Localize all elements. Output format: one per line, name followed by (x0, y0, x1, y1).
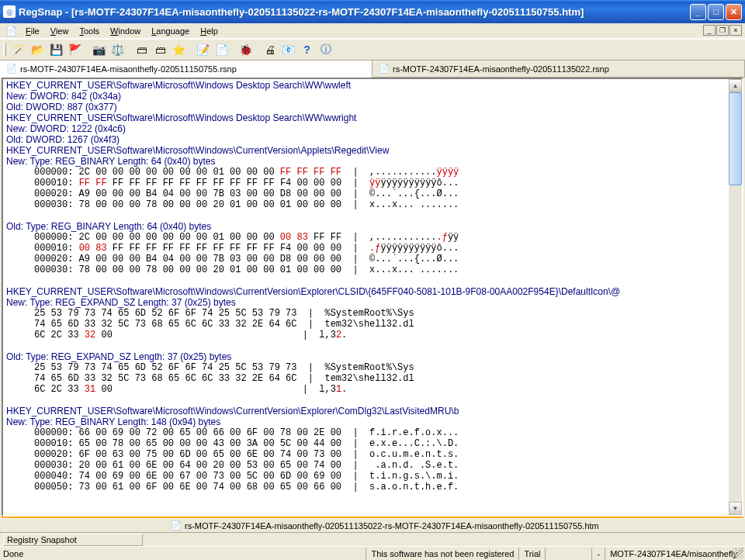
mdi-controls: _ ❐ × (703, 25, 742, 36)
rsnp-icon: 📄 (379, 64, 390, 74)
mdi-minimize-button[interactable]: _ (703, 25, 716, 36)
doc-icon: 📄 (5, 25, 17, 37)
app-icon (3, 5, 16, 18)
open-icon[interactable]: 📂 (29, 41, 47, 58)
document-tabs: 📄 rs-MOTF-24307F14EA-misaonthefly-020511… (0, 60, 745, 78)
star-icon[interactable]: ⭐ (170, 41, 188, 58)
htm-icon: 📄 (171, 520, 182, 531)
tab-snapshot-1[interactable]: 📄 rs-MOTF-24307F14EA-misaonthefly-020511… (0, 60, 372, 78)
info-icon[interactable]: ⓘ (317, 41, 334, 58)
title-bar: RegSnap - [rs-MOTF-24307F14EA-misaonthef… (0, 0, 745, 23)
maximize-button[interactable]: □ (708, 4, 724, 20)
tab-label: rs-MOTF-24307F14EA-misaonthefly-02051113… (393, 64, 609, 74)
menu-window[interactable]: Window (105, 25, 146, 37)
doc-path-label: rs-MOTF-24307F14EA-misaonthefly-02051113… (185, 521, 599, 531)
menu-view[interactable]: View (45, 25, 74, 37)
scroll-down-button[interactable]: ▼ (729, 502, 742, 515)
status-empty (545, 548, 591, 560)
resize-grip[interactable] (733, 548, 743, 558)
edit1-icon[interactable]: 📝 (194, 41, 212, 58)
content-area: HKEY_CURRENT_USER\Software\Microsoft\Win… (2, 78, 743, 517)
scroll-track[interactable] (729, 92, 742, 502)
vertical-scrollbar[interactable]: ▲ ▼ (729, 79, 742, 515)
window-controls: _ □ ✕ (690, 4, 742, 20)
tab-label: rs-MOTF-24307F14EA-misaonthefly-02051115… (20, 64, 237, 74)
tab-snapshot-2[interactable]: 📄 rs-MOTF-24307F14EA-misaonthefly-020511… (372, 60, 745, 77)
status-done: Done (3, 549, 39, 558)
status-registration: This software has not been registered (366, 548, 518, 560)
toolbar-grip (3, 43, 6, 57)
toolbar: 🪄 📂 💾 🚩 📷 ⚖️ 🗃 🗃 ⭐ 📝 📄 🐞 🖨 📧 ? ⓘ (0, 39, 745, 60)
status-path: MOTF-24307F14EA/misaonthefly (605, 548, 742, 560)
save-icon[interactable]: 💾 (47, 41, 65, 58)
close-button[interactable]: ✕ (726, 4, 742, 20)
wand-icon[interactable]: 🪄 (10, 41, 28, 58)
mdi-close-button[interactable]: × (729, 25, 742, 36)
menu-tools[interactable]: Tools (74, 25, 105, 37)
minimize-button[interactable]: _ (690, 4, 706, 20)
edit2-icon[interactable]: 📄 (213, 41, 230, 58)
snapshot2-icon[interactable]: 🗃 (151, 41, 169, 58)
status-bar-lower: Done This software has not been register… (0, 546, 745, 560)
scroll-thumb[interactable] (729, 92, 742, 185)
bug-icon[interactable]: 🐞 (237, 41, 255, 58)
scroll-up-button[interactable]: ▲ (729, 79, 742, 92)
document-path-bar: 📄 rs-MOTF-24307F14EA-misaonthefly-020511… (0, 518, 745, 532)
window-title: RegSnap - [rs-MOTF-24307F14EA-misaonthef… (19, 6, 690, 18)
mail-icon[interactable]: 📧 (279, 41, 297, 58)
status-registry-snapshot: Registry Snapshot (3, 534, 143, 546)
scale-icon[interactable]: ⚖️ (109, 41, 126, 58)
mdi-restore-button[interactable]: ❐ (716, 25, 729, 36)
menu-bar: 📄 File View Tools Window Language Help (0, 23, 745, 39)
flag-icon[interactable]: 🚩 (66, 41, 84, 58)
rsnp-icon: 📄 (6, 64, 17, 74)
status-dash: - (591, 548, 605, 560)
print-icon[interactable]: 🖨 (261, 41, 279, 58)
diff-content: HKEY_CURRENT_USER\Software\Microsoft\Win… (3, 79, 729, 515)
snapshot1-icon[interactable]: 🗃 (133, 41, 151, 58)
menu-language[interactable]: Language (146, 25, 195, 37)
status-trial: Trial (518, 548, 545, 560)
camera-icon[interactable]: 📷 (90, 41, 108, 58)
help-icon[interactable]: ? (298, 41, 316, 58)
status-bar-upper: Registry Snapshot (0, 532, 745, 546)
menu-help[interactable]: Help (195, 25, 224, 37)
menu-file[interactable]: File (20, 25, 45, 37)
